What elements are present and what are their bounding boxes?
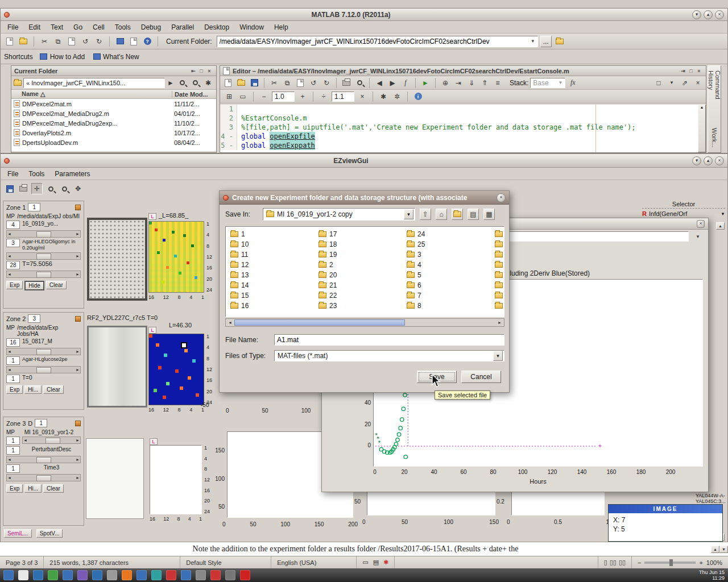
taskbar-app[interactable]	[166, 570, 176, 580]
menu-debug[interactable]: Debug	[141, 23, 161, 31]
zone3-exp-button[interactable]: Exp	[6, 484, 23, 493]
zone2-slider2[interactable]: ◄►	[6, 366, 81, 373]
home-icon[interactable]: ⌂	[436, 209, 447, 220]
increase-value-icon[interactable]: +	[297, 91, 308, 102]
zone3-field1[interactable]: 1	[6, 436, 20, 445]
file-row[interactable]: DMPexcel2mat.m 11/11/2...	[11, 99, 216, 109]
undo-icon[interactable]: ↺	[80, 36, 91, 47]
zone3-field2[interactable]: 1	[6, 446, 20, 455]
document-text[interactable]: Note the addition to the experiment fold…	[0, 544, 711, 554]
shortcut-how-to-add[interactable]: How to Add	[50, 53, 85, 61]
divide-value-icon[interactable]: ÷	[318, 91, 329, 102]
details-view-icon[interactable]: ▦	[483, 209, 495, 220]
menu-file[interactable]: File	[7, 23, 18, 31]
layout-icon[interactable]: □	[653, 77, 664, 89]
actions-gear-icon[interactable]: ✱	[202, 77, 214, 89]
minimize-icon[interactable]: ▾	[692, 156, 701, 165]
single-page-view-icon[interactable]: ▯	[604, 559, 607, 566]
menu-window[interactable]: Window	[239, 23, 264, 31]
folder-item[interactable]: 19	[318, 250, 403, 260]
folder-item[interactable]: 13	[230, 270, 315, 280]
close-icon[interactable]: ×	[697, 220, 705, 228]
zone3-field3[interactable]: 1	[6, 464, 20, 473]
unsaved-changes-icon[interactable]: ✱	[383, 559, 388, 566]
zone1-hide-button[interactable]: Hide	[24, 281, 44, 290]
copy-icon[interactable]: ⧉	[282, 77, 293, 89]
step-icon[interactable]: ⇥	[453, 77, 464, 89]
taskbar-app[interactable]	[210, 570, 221, 580]
simulink-icon[interactable]	[114, 36, 126, 47]
run-icon[interactable]: ►	[420, 77, 431, 89]
chevron-down-icon[interactable]: ▼	[404, 209, 413, 219]
paste-icon[interactable]	[66, 36, 77, 47]
taskbar-app[interactable]	[196, 570, 206, 580]
current-folder-path-input[interactable]	[220, 38, 531, 45]
zone1-clear-button[interactable]: Clear	[46, 281, 67, 289]
folder-item[interactable]: 5	[407, 270, 491, 280]
dock-icon[interactable]: ⇥	[679, 68, 687, 74]
scroll-left-icon[interactable]: ◄	[226, 319, 234, 326]
print-icon[interactable]	[341, 77, 352, 89]
tab-command-history[interactable]: Command History	[707, 66, 722, 123]
file-name-field[interactable]	[274, 334, 504, 346]
zone1-count-field[interactable]: 1	[28, 203, 40, 211]
menu-tools[interactable]: Tools	[115, 23, 131, 31]
search-icon[interactable]	[176, 77, 188, 89]
menu-tools[interactable]: Tools	[28, 170, 44, 178]
ezviewgui-titlebar[interactable]: EZviewGui ▾ ▴ ×	[1, 154, 727, 168]
continue-icon[interactable]: ≡	[492, 77, 503, 89]
help-icon[interactable]: ?	[142, 36, 153, 47]
taskbar-app[interactable]	[136, 570, 147, 580]
folder-item[interactable]: 10	[230, 239, 315, 250]
semilog-button[interactable]: SemiL...	[4, 529, 32, 538]
zone1-field3[interactable]: 28	[6, 261, 20, 269]
zone2-count-field[interactable]: 3	[28, 314, 40, 323]
language-selector[interactable]: English (USA)	[271, 556, 357, 568]
cut-icon[interactable]: ✂	[268, 77, 280, 89]
multi-page-view-icon[interactable]: ▯▯	[610, 559, 617, 566]
zone3-clear-button[interactable]: Clear	[43, 484, 64, 493]
save-icon[interactable]	[249, 77, 260, 89]
folder-item[interactable]: 15	[230, 290, 315, 301]
taskbar-app[interactable]	[122, 570, 132, 580]
cell-multiplier-field[interactable]: 1.1	[332, 92, 354, 102]
function-icon[interactable]: f	[400, 77, 411, 89]
folder-item[interactable]: 18	[318, 239, 403, 250]
maximize-icon[interactable]: ▴	[704, 156, 713, 165]
zone1-exp-button[interactable]: Exp	[6, 281, 23, 289]
close-icon[interactable]: ×	[715, 156, 724, 165]
taskbar-app[interactable]	[63, 570, 73, 580]
folder-item[interactable]: 16	[230, 301, 315, 311]
dialog-titlebar[interactable]: Create new Experiment folder and data st…	[220, 191, 509, 205]
cell-divider-icon[interactable]: ▭	[237, 91, 249, 102]
taskbar-app[interactable]	[18, 570, 28, 580]
column-header-name[interactable]: Name △	[11, 90, 172, 98]
folder-item[interactable]: 1	[230, 229, 315, 239]
scroll-up-icon[interactable]: ▲	[711, 546, 719, 553]
fx-icon[interactable]: fx	[567, 77, 578, 89]
spotview-button[interactable]: SpotV...	[36, 529, 63, 538]
folder-item[interactable]: 4	[407, 260, 491, 270]
close-icon[interactable]: ×	[205, 68, 213, 74]
folder-item[interactable]: 6	[407, 280, 491, 290]
cell-value-field[interactable]: 1.0	[272, 92, 295, 102]
folder-item[interactable]: 2	[318, 260, 403, 270]
undock-icon[interactable]: ⇗	[679, 77, 690, 89]
zoom-level[interactable]: 100%	[706, 559, 722, 566]
folder-item[interactable]: 3	[407, 250, 491, 260]
link-toggle-icon[interactable]: L	[148, 327, 156, 334]
up-folder-icon[interactable]	[554, 36, 565, 47]
close-icon[interactable]: ×	[497, 193, 506, 202]
chevron-down-icon[interactable]: ▼	[493, 351, 503, 361]
folder-item[interactable]: 20	[318, 270, 403, 280]
maximize-icon[interactable]: ▴	[704, 10, 713, 19]
close-icon[interactable]: ×	[715, 10, 724, 19]
folder-item[interactable]: 12	[230, 260, 315, 270]
file-name-input[interactable]	[277, 336, 502, 344]
copy-icon[interactable]: ⧉	[52, 36, 64, 47]
taskbar-app[interactable]	[181, 570, 191, 580]
taskbar-app[interactable]	[151, 570, 162, 580]
scroll-up-icon[interactable]: ▲	[716, 222, 725, 230]
zone2-exp-button[interactable]: Exp	[6, 385, 23, 394]
maximize-icon[interactable]: □	[687, 68, 695, 74]
